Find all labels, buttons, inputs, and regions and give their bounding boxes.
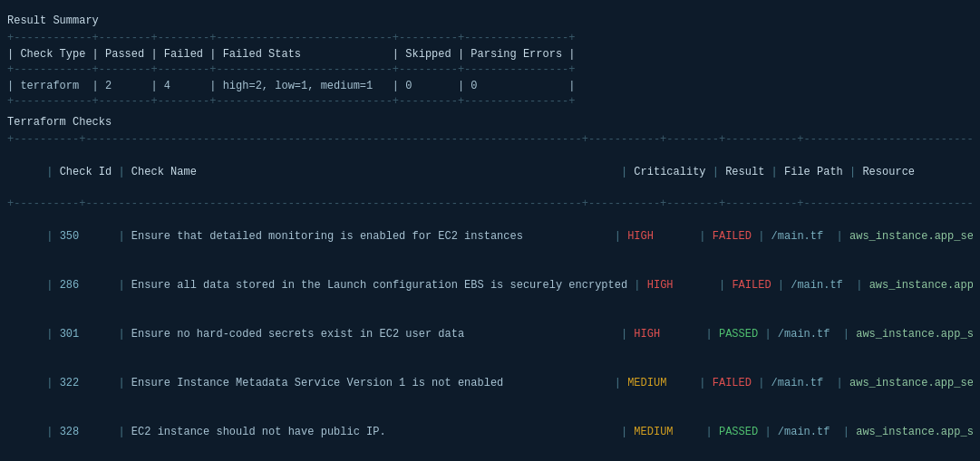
checks-row-322: | 322 | Ensure Instance Metadata Service…	[7, 359, 973, 408]
col-criticality: Criticality	[634, 166, 705, 178]
checks-row-286: | 286 | Ensure all data stored in the La…	[7, 261, 973, 310]
pipe6: |	[843, 166, 863, 178]
checks-row-328: | 328 | EC2 instance should not have pub…	[7, 408, 973, 456]
pipe2: |	[112, 166, 131, 178]
checks-divider-top: +----------+----------------------------…	[7, 132, 973, 148]
checks-row-301: | 301 | Ensure no hard-coded secrets exi…	[7, 310, 973, 359]
result-summary-table: +------------+--------+--------+--------…	[7, 31, 973, 109]
col-result: Result	[725, 166, 764, 178]
terraform-checks-table: +----------+----------------------------…	[7, 132, 973, 461]
summary-divider-mid: +------------+--------+--------+--------…	[7, 62, 973, 78]
checks-header: | Check Id | Check Name | Criticality | …	[7, 148, 973, 197]
result-summary-section: Result Summary +------------+--------+--…	[7, 14, 973, 109]
pipe4: |	[706, 166, 726, 178]
pipe: |	[46, 166, 59, 178]
terraform-checks-section: Terraform Checks +----------+-----------…	[7, 116, 973, 461]
col-checkname: Check Name	[131, 166, 615, 178]
pipe3: |	[615, 166, 635, 178]
result-summary-title: Result Summary	[7, 14, 973, 27]
terraform-checks-title: Terraform Checks	[7, 116, 973, 129]
col-filepath: File Path	[784, 166, 843, 178]
col-checkid: Check Id	[60, 166, 112, 178]
summary-header: | Check Type | Passed | Failed | Failed …	[7, 46, 973, 62]
pipe5: |	[764, 166, 784, 178]
checks-row-357: | 357 | Ensure that EC2 is EBS optimized…	[7, 456, 973, 461]
checks-row-350: | 350 | Ensure that detailed monitoring …	[7, 212, 973, 261]
summary-divider-top: +------------+--------+--------+--------…	[7, 31, 973, 46]
col-resource: Resource	[862, 166, 980, 178]
checks-divider-mid: +----------+----------------------------…	[7, 197, 973, 212]
summary-divider-bot: +------------+--------+--------+--------…	[7, 94, 973, 110]
summary-data-row: | terraform | 2 | 4 | high=2, low=1, med…	[7, 78, 973, 94]
